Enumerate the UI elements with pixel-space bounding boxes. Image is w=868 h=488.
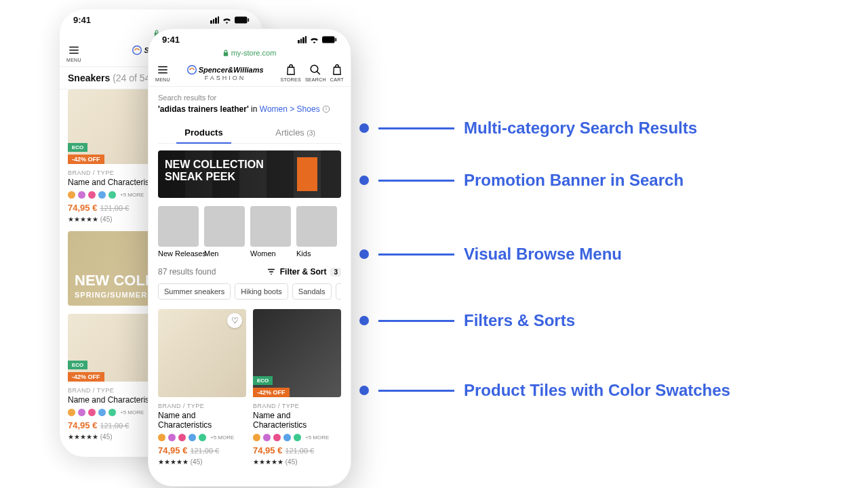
- filter-chip[interactable]: Running: [336, 283, 341, 300]
- stores-label: STORES: [280, 77, 300, 82]
- color-swatch[interactable]: [68, 409, 75, 416]
- filter-chip[interactable]: Hiking boots: [235, 283, 288, 300]
- browse-thumb: [158, 206, 199, 247]
- filter-icon: [267, 267, 276, 277]
- product-tile[interactable]: ♡ BRAND / TYPE Name and Characteristics …: [158, 309, 246, 466]
- color-swatch[interactable]: [88, 409, 96, 416]
- callout-dot-icon: [359, 176, 369, 185]
- color-swatch[interactable]: [78, 409, 85, 416]
- cart-label: CART: [330, 77, 344, 82]
- color-swatch[interactable]: [189, 434, 196, 441]
- callout-line: [378, 320, 454, 322]
- more-colors[interactable]: +5 MORE: [305, 434, 329, 441]
- status-icons: [298, 36, 337, 43]
- callout-dot-icon: [359, 123, 369, 133]
- more-colors[interactable]: +5 MORE: [210, 434, 234, 441]
- callout-line: [378, 253, 454, 256]
- brand-name: Spencer&Williams: [199, 66, 264, 74]
- rating: ★★★★★ (45): [158, 458, 246, 466]
- menu-label: MENU: [66, 58, 81, 62]
- more-colors[interactable]: +5 MORE: [120, 192, 144, 198]
- browse-item[interactable]: Women: [250, 206, 291, 258]
- callout-dot-icon: [359, 386, 369, 395]
- browse-item[interactable]: Kids: [296, 206, 337, 258]
- color-swatch[interactable]: [98, 409, 106, 416]
- color-swatch[interactable]: [68, 191, 75, 199]
- search-promo-banner[interactable]: NEW COLLECTION SNEAK PEEK: [158, 150, 341, 198]
- info-icon[interactable]: i: [322, 105, 330, 113]
- color-swatch[interactable]: [98, 191, 106, 199]
- browse-item[interactable]: New Releases: [158, 206, 199, 258]
- status-bar: 9:41: [60, 9, 263, 28]
- eco-badge: ECO: [68, 143, 87, 152]
- tab-products[interactable]: Products: [158, 122, 250, 143]
- logo-icon: [187, 65, 197, 75]
- color-swatch[interactable]: [253, 434, 260, 441]
- price: 74,95 €: [68, 203, 97, 213]
- eco-badge: ECO: [68, 361, 87, 369]
- discount-badge: -42% OFF: [253, 388, 290, 397]
- color-swatch[interactable]: [294, 434, 301, 441]
- svg-rect-0: [235, 16, 248, 23]
- callout: Visual Browse Menu: [359, 245, 622, 264]
- color-swatch[interactable]: [199, 434, 206, 441]
- filter-chip[interactable]: Sandals: [292, 283, 332, 300]
- stores-button[interactable]: STORES: [280, 64, 300, 82]
- price: 74,95 €: [158, 445, 187, 455]
- product-grid: ♡ BRAND / TYPE Name and Characteristics …: [158, 309, 341, 466]
- color-swatch[interactable]: [78, 191, 85, 199]
- result-tabs: Products Articles (3): [158, 122, 341, 144]
- search-button[interactable]: SEARCH: [305, 64, 326, 82]
- discount-badge: -42% OFF: [68, 155, 104, 164]
- eco-badge: ECO: [253, 376, 273, 385]
- cart-button[interactable]: CART: [330, 64, 344, 82]
- color-swatch[interactable]: [108, 409, 116, 416]
- hamburger-icon: [157, 64, 169, 76]
- svg-point-5: [187, 65, 196, 74]
- menu-button[interactable]: MENU: [155, 64, 170, 82]
- callout: Product Tiles with Color Swatches: [359, 381, 730, 400]
- color-swatch[interactable]: [108, 191, 116, 199]
- rating: ★★★★★ (45): [253, 458, 341, 466]
- bag-icon: [331, 64, 343, 76]
- color-swatch[interactable]: [283, 434, 291, 441]
- color-swatches[interactable]: +5 MORE: [158, 434, 246, 441]
- brand[interactable]: Spencer&Williams FASHION: [174, 65, 277, 81]
- color-swatch[interactable]: [158, 434, 165, 441]
- color-swatch[interactable]: [263, 434, 271, 441]
- visual-browse-menu: New ReleasesMenWomenKids: [158, 206, 341, 258]
- product-brand: BRAND / TYPE: [253, 403, 341, 409]
- menu-button[interactable]: MENU: [66, 44, 81, 62]
- more-colors[interactable]: +5 MORE: [120, 409, 144, 415]
- signal-icon: [298, 36, 307, 43]
- brand-tagline: FASHION: [205, 75, 246, 81]
- results-summary-row: 87 results found Filter & Sort 3: [158, 267, 341, 277]
- product-tile[interactable]: ECO -42% OFF BRAND / TYPE Name and Chara…: [253, 309, 341, 466]
- review-count: (45): [191, 458, 203, 466]
- color-swatch[interactable]: [178, 434, 186, 441]
- filter-chip[interactable]: Summer sneakers: [158, 283, 231, 300]
- filter-sort-button[interactable]: Filter & Sort 3: [267, 267, 341, 277]
- old-price: 121,00 €: [285, 447, 314, 455]
- color-swatch[interactable]: [273, 434, 281, 441]
- results-count: 87 results found: [158, 267, 216, 277]
- tab-articles[interactable]: Articles (3): [250, 122, 341, 143]
- lock-icon: [223, 49, 229, 56]
- url-text: my-store.com: [231, 49, 277, 57]
- callout: Promotion Banner in Search: [359, 171, 684, 190]
- search-category-path[interactable]: Women > Shoes: [260, 104, 320, 114]
- callout: Filters & Sorts: [359, 311, 575, 330]
- browse-item[interactable]: Men: [204, 206, 245, 258]
- color-swatch[interactable]: [168, 434, 176, 441]
- product-brand: BRAND / TYPE: [158, 403, 246, 409]
- url-bar[interactable]: my-store.com: [149, 47, 351, 61]
- callout-label: Promotion Banner in Search: [464, 171, 684, 190]
- product-name: Name and Characteristics: [158, 411, 246, 430]
- svg-text:i: i: [326, 106, 327, 111]
- color-swatches[interactable]: +5 MORE: [253, 434, 341, 441]
- color-swatch[interactable]: [88, 191, 96, 199]
- browse-thumb: [204, 206, 245, 247]
- favorite-button[interactable]: ♡: [227, 313, 242, 328]
- filter-sort-label: Filter & Sort: [280, 267, 327, 277]
- signal-icon: [210, 16, 219, 24]
